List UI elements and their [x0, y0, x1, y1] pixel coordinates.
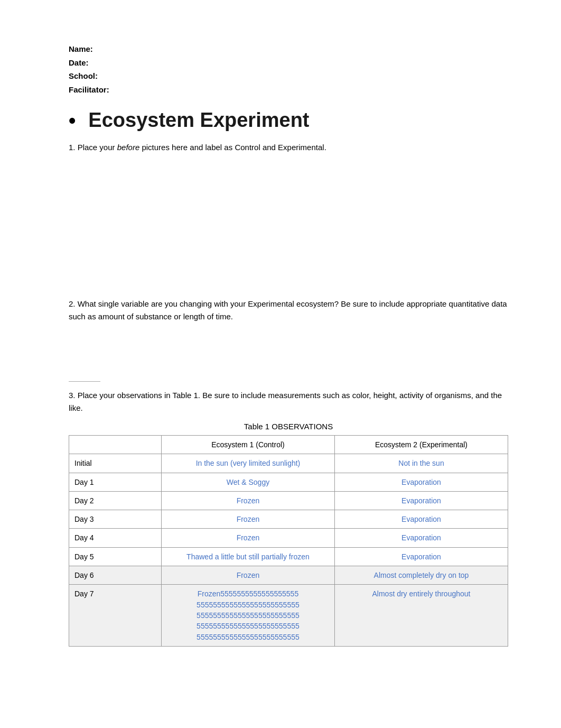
- question-2: 2. What single variable are you changing…: [69, 298, 508, 323]
- date-label: Date:: [69, 56, 508, 70]
- header-label-col: [69, 436, 162, 454]
- table-row: Day 3FrozenEvaporation: [69, 510, 508, 529]
- header-eco1: Ecosystem 1 (Control): [161, 436, 334, 454]
- row-label: Day 7: [69, 585, 162, 646]
- eco2-cell: Evaporation: [334, 510, 508, 529]
- eco1-cell: Frozen: [161, 510, 334, 529]
- eco2-cell: Not in the sun: [334, 454, 508, 473]
- table-row: Day 7Frozen5555555555555555555 555555555…: [69, 585, 508, 646]
- question-3: 3. Place your observations in Table 1. B…: [69, 389, 508, 414]
- eco1-cell: Thawed a little but still partially froz…: [161, 547, 334, 566]
- question-1: 1. Place your before pictures here and l…: [69, 141, 508, 154]
- table-row: Day 5Thawed a little but still partially…: [69, 547, 508, 566]
- facilitator-label: Facilitator:: [69, 83, 508, 97]
- eco2-cell: Evaporation: [334, 547, 508, 566]
- q1-text-after: pictures here and label as Control and E…: [139, 143, 326, 152]
- bullet-icon: •: [69, 110, 76, 131]
- eco1-cell: Frozen: [161, 491, 334, 510]
- row-label: Day 3: [69, 510, 162, 529]
- header-eco2: Ecosystem 2 (Experimental): [334, 436, 508, 454]
- table-header-row: Ecosystem 1 (Control) Ecosystem 2 (Exper…: [69, 436, 508, 454]
- eco2-cell: Evaporation: [334, 529, 508, 547]
- answer-space-q2: [69, 330, 508, 378]
- table-row: Day 6FrozenAlmost completely dry on top: [69, 566, 508, 585]
- q1-italic: before: [117, 143, 140, 152]
- eco2-cell: Almost dry entirely throughout: [334, 585, 508, 646]
- eco2-cell: Evaporation: [334, 491, 508, 510]
- observations-table: Ecosystem 1 (Control) Ecosystem 2 (Exper…: [69, 435, 508, 647]
- page-title: Ecosystem Experiment: [88, 109, 309, 132]
- image-placeholder: [69, 161, 508, 288]
- eco2-cell: Almost completely dry on top: [334, 566, 508, 585]
- table-row: InitialIn the sun (very limited sunlight…: [69, 454, 508, 473]
- header-fields: Name: Date: School: Facilitator:: [69, 42, 508, 96]
- row-label: Initial: [69, 454, 162, 473]
- eco1-cell: Wet & Soggy: [161, 473, 334, 491]
- eco2-cell: Evaporation: [334, 473, 508, 491]
- table-title: Table 1 OBSERVATIONS: [69, 422, 508, 431]
- eco1-cell: Frozen: [161, 529, 334, 547]
- row-label: Day 6: [69, 566, 162, 585]
- row-label: Day 2: [69, 491, 162, 510]
- name-label: Name:: [69, 42, 508, 56]
- table-row: Day 4FrozenEvaporation: [69, 529, 508, 547]
- eco1-cell: Frozen5555555555555555555 55555555555555…: [161, 585, 334, 646]
- table-row: Day 2FrozenEvaporation: [69, 491, 508, 510]
- school-label: School:: [69, 69, 508, 83]
- eco1-cell: In the sun (very limited sunlight): [161, 454, 334, 473]
- row-label: Day 5: [69, 547, 162, 566]
- title-line: • Ecosystem Experiment: [69, 109, 508, 132]
- eco1-cell: Frozen: [161, 566, 334, 585]
- divider: [69, 381, 100, 382]
- table-row: Day 1Wet & SoggyEvaporation: [69, 473, 508, 491]
- row-label: Day 4: [69, 529, 162, 547]
- row-label: Day 1: [69, 473, 162, 491]
- q1-text-before: 1. Place your: [69, 143, 117, 152]
